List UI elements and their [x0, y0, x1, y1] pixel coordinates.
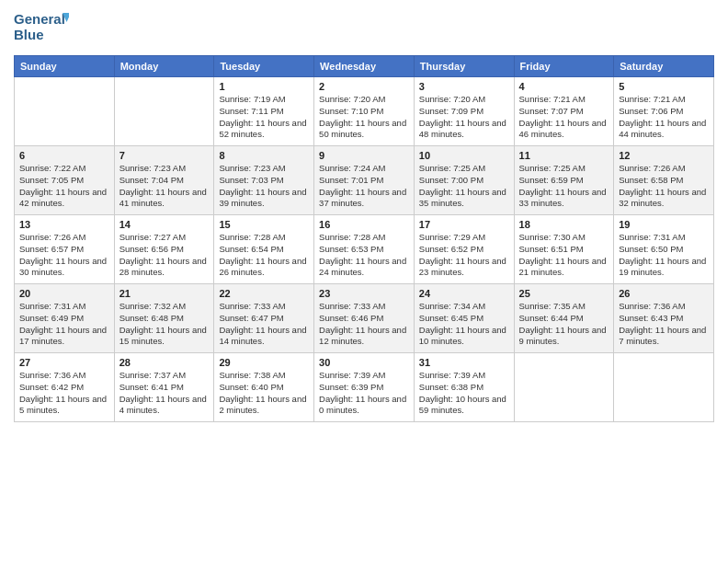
day-cell: 31 Sunrise: 7:39 AMSunset: 6:38 PMDaylig…: [414, 353, 514, 422]
day-info: Sunrise: 7:19 AMSunset: 7:11 PMDaylight:…: [219, 94, 309, 141]
day-number: 27: [19, 357, 109, 368]
day-info: Sunrise: 7:26 AMSunset: 6:58 PMDaylight:…: [619, 163, 709, 210]
day-cell: 11 Sunrise: 7:25 AMSunset: 6:59 PMDaylig…: [514, 146, 614, 215]
day-info: Sunrise: 7:31 AMSunset: 6:49 PMDaylight:…: [19, 301, 109, 348]
day-info: Sunrise: 7:23 AMSunset: 7:03 PMDaylight:…: [219, 163, 309, 210]
day-info: Sunrise: 7:29 AMSunset: 6:52 PMDaylight:…: [419, 232, 509, 279]
day-number: 3: [419, 81, 509, 92]
day-number: 21: [119, 288, 210, 299]
day-number: 6: [19, 150, 109, 161]
day-header-tuesday: Tuesday: [214, 56, 314, 77]
day-info: Sunrise: 7:33 AMSunset: 6:47 PMDaylight:…: [219, 301, 309, 348]
week-row-3: 13 Sunrise: 7:26 AMSunset: 6:57 PMDaylig…: [15, 215, 714, 284]
day-cell: 9 Sunrise: 7:24 AMSunset: 7:01 PMDayligh…: [314, 146, 415, 215]
day-info: Sunrise: 7:21 AMSunset: 7:07 PMDaylight:…: [519, 94, 609, 141]
day-number: 10: [419, 150, 509, 161]
day-number: 15: [219, 219, 309, 230]
day-cell: 20 Sunrise: 7:31 AMSunset: 6:49 PMDaylig…: [15, 284, 115, 353]
day-cell: 25 Sunrise: 7:35 AMSunset: 6:44 PMDaylig…: [514, 284, 614, 353]
day-info: Sunrise: 7:30 AMSunset: 6:51 PMDaylight:…: [519, 232, 609, 279]
day-info: Sunrise: 7:39 AMSunset: 6:38 PMDaylight:…: [419, 370, 509, 417]
day-header-saturday: Saturday: [614, 56, 714, 77]
day-info: Sunrise: 7:32 AMSunset: 6:48 PMDaylight:…: [119, 301, 210, 348]
svg-text:Blue: Blue: [14, 27, 44, 42]
day-info: Sunrise: 7:25 AMSunset: 7:00 PMDaylight:…: [419, 163, 509, 210]
page: General Blue SundayMondayTuesdayWednesda…: [0, 0, 728, 563]
day-number: 11: [519, 150, 609, 161]
day-cell: 10 Sunrise: 7:25 AMSunset: 7:00 PMDaylig…: [414, 146, 514, 215]
day-info: Sunrise: 7:21 AMSunset: 7:06 PMDaylight:…: [619, 94, 709, 141]
day-number: 29: [219, 357, 309, 368]
day-info: Sunrise: 7:34 AMSunset: 6:45 PMDaylight:…: [419, 301, 509, 348]
day-cell: [114, 77, 214, 146]
day-header-sunday: Sunday: [15, 56, 115, 77]
day-number: 5: [619, 81, 709, 92]
day-cell: 24 Sunrise: 7:34 AMSunset: 6:45 PMDaylig…: [414, 284, 514, 353]
day-number: 4: [519, 81, 609, 92]
week-row-4: 20 Sunrise: 7:31 AMSunset: 6:49 PMDaylig…: [15, 284, 714, 353]
day-cell: 14 Sunrise: 7:27 AMSunset: 6:56 PMDaylig…: [114, 215, 214, 284]
day-number: 9: [319, 150, 409, 161]
day-info: Sunrise: 7:36 AMSunset: 6:43 PMDaylight:…: [619, 301, 709, 348]
day-header-thursday: Thursday: [414, 56, 514, 77]
logo-svg: General Blue: [14, 9, 69, 48]
day-cell: 4 Sunrise: 7:21 AMSunset: 7:07 PMDayligh…: [514, 77, 614, 146]
day-number: 22: [219, 288, 309, 299]
day-info: Sunrise: 7:20 AMSunset: 7:10 PMDaylight:…: [319, 94, 409, 141]
day-info: Sunrise: 7:38 AMSunset: 6:40 PMDaylight:…: [219, 370, 309, 417]
day-info: Sunrise: 7:24 AMSunset: 7:01 PMDaylight:…: [319, 163, 409, 210]
day-info: Sunrise: 7:35 AMSunset: 6:44 PMDaylight:…: [519, 301, 609, 348]
day-number: 18: [519, 219, 609, 230]
day-cell: 26 Sunrise: 7:36 AMSunset: 6:43 PMDaylig…: [614, 284, 714, 353]
day-info: Sunrise: 7:26 AMSunset: 6:57 PMDaylight:…: [19, 232, 109, 279]
day-cell: 3 Sunrise: 7:20 AMSunset: 7:09 PMDayligh…: [414, 77, 514, 146]
day-info: Sunrise: 7:28 AMSunset: 6:54 PMDaylight:…: [219, 232, 309, 279]
day-cell: [15, 77, 115, 146]
day-cell: 15 Sunrise: 7:28 AMSunset: 6:54 PMDaylig…: [214, 215, 314, 284]
day-cell: 23 Sunrise: 7:33 AMSunset: 6:46 PMDaylig…: [314, 284, 415, 353]
day-number: 24: [419, 288, 509, 299]
day-cell: [614, 353, 714, 422]
day-cell: 12 Sunrise: 7:26 AMSunset: 6:58 PMDaylig…: [614, 146, 714, 215]
day-info: Sunrise: 7:22 AMSunset: 7:05 PMDaylight:…: [19, 163, 109, 210]
day-header-monday: Monday: [114, 56, 214, 77]
day-info: Sunrise: 7:39 AMSunset: 6:39 PMDaylight:…: [319, 370, 409, 417]
day-cell: 27 Sunrise: 7:36 AMSunset: 6:42 PMDaylig…: [15, 353, 115, 422]
day-info: Sunrise: 7:33 AMSunset: 6:46 PMDaylight:…: [319, 301, 409, 348]
day-number: 16: [319, 219, 409, 230]
day-info: Sunrise: 7:36 AMSunset: 6:42 PMDaylight:…: [19, 370, 109, 417]
day-number: 30: [319, 357, 409, 368]
day-cell: 21 Sunrise: 7:32 AMSunset: 6:48 PMDaylig…: [114, 284, 214, 353]
day-info: Sunrise: 7:28 AMSunset: 6:53 PMDaylight:…: [319, 232, 409, 279]
day-number: 28: [119, 357, 210, 368]
day-info: Sunrise: 7:25 AMSunset: 6:59 PMDaylight:…: [519, 163, 609, 210]
day-number: 31: [419, 357, 509, 368]
day-info: Sunrise: 7:23 AMSunset: 7:04 PMDaylight:…: [119, 163, 210, 210]
day-cell: 5 Sunrise: 7:21 AMSunset: 7:06 PMDayligh…: [614, 77, 714, 146]
day-cell: 30 Sunrise: 7:39 AMSunset: 6:39 PMDaylig…: [314, 353, 415, 422]
logo: General Blue: [14, 9, 69, 48]
day-cell: 7 Sunrise: 7:23 AMSunset: 7:04 PMDayligh…: [114, 146, 214, 215]
day-number: 20: [19, 288, 109, 299]
day-number: 19: [619, 219, 709, 230]
day-cell: 18 Sunrise: 7:30 AMSunset: 6:51 PMDaylig…: [514, 215, 614, 284]
day-cell: 13 Sunrise: 7:26 AMSunset: 6:57 PMDaylig…: [15, 215, 115, 284]
day-number: 8: [219, 150, 309, 161]
day-number: 25: [519, 288, 609, 299]
day-number: 26: [619, 288, 709, 299]
day-number: 7: [119, 150, 210, 161]
day-number: 12: [619, 150, 709, 161]
day-cell: 16 Sunrise: 7:28 AMSunset: 6:53 PMDaylig…: [314, 215, 415, 284]
day-number: 1: [219, 81, 309, 92]
day-number: 2: [319, 81, 409, 92]
day-cell: 29 Sunrise: 7:38 AMSunset: 6:40 PMDaylig…: [214, 353, 314, 422]
day-cell: [514, 353, 614, 422]
day-cell: 6 Sunrise: 7:22 AMSunset: 7:05 PMDayligh…: [15, 146, 115, 215]
day-number: 13: [19, 219, 109, 230]
day-cell: 19 Sunrise: 7:31 AMSunset: 6:50 PMDaylig…: [614, 215, 714, 284]
day-info: Sunrise: 7:37 AMSunset: 6:41 PMDaylight:…: [119, 370, 210, 417]
day-number: 17: [419, 219, 509, 230]
week-row-5: 27 Sunrise: 7:36 AMSunset: 6:42 PMDaylig…: [15, 353, 714, 422]
header-row: SundayMondayTuesdayWednesdayThursdayFrid…: [15, 56, 714, 77]
day-info: Sunrise: 7:31 AMSunset: 6:50 PMDaylight:…: [619, 232, 709, 279]
